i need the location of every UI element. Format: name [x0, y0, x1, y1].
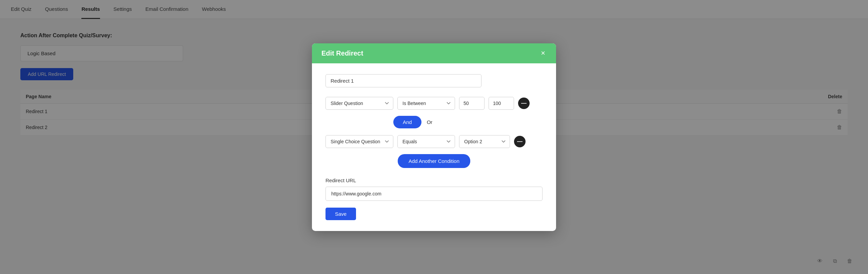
and-button[interactable]: And — [393, 116, 421, 128]
remove-condition1-button[interactable] — [518, 98, 530, 109]
or-label: Or — [427, 119, 433, 125]
logic-buttons: And Or — [326, 116, 542, 128]
condition2-operator-select[interactable]: Equals — [397, 135, 455, 148]
condition1-question-select[interactable]: Slider Question — [326, 97, 393, 110]
redirect-name-input[interactable] — [326, 74, 481, 87]
condition-row-2: Single Choice Question Equals Option 2 — [326, 135, 542, 148]
save-button[interactable]: Save — [326, 208, 356, 220]
redirect-url-label: Redirect URL — [326, 177, 542, 183]
condition1-value1-input[interactable] — [459, 97, 485, 110]
modal-overlay: Edit Redirect × Slider Question Is Betwe… — [0, 0, 868, 274]
condition2-option-select[interactable]: Option 2 — [459, 135, 510, 148]
condition1-value2-input[interactable] — [489, 97, 514, 110]
add-condition-wrap: Add Another Condition — [326, 154, 542, 168]
modal-title: Edit Redirect — [321, 49, 363, 57]
condition1-operator-select[interactable]: Is Between — [397, 97, 455, 110]
modal-close-button[interactable]: × — [539, 49, 547, 57]
add-another-condition-button[interactable]: Add Another Condition — [398, 154, 470, 168]
condition-row-1: Slider Question Is Between — [326, 97, 542, 110]
condition2-question-select[interactable]: Single Choice Question — [326, 135, 393, 148]
modal-body: Slider Question Is Between And Or Single… — [312, 63, 556, 231]
remove-condition2-button[interactable] — [514, 136, 526, 147]
redirect-url-input[interactable] — [326, 187, 542, 201]
modal-header: Edit Redirect × — [312, 43, 556, 63]
edit-redirect-modal: Edit Redirect × Slider Question Is Betwe… — [312, 43, 556, 231]
